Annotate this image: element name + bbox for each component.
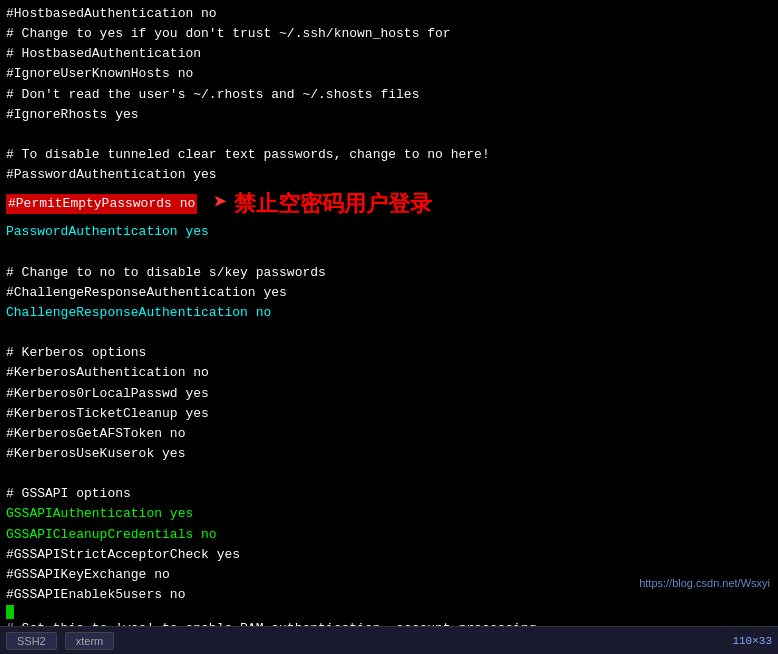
code-text: #KerberosUseKuserok yes bbox=[6, 444, 185, 464]
line-15: ChallengeResponseAuthentication no bbox=[6, 303, 772, 323]
terminal-cursor bbox=[6, 605, 14, 619]
line-8: # To disable tunneled clear text passwor… bbox=[6, 145, 772, 165]
line-11: PasswordAuthentication yes bbox=[6, 222, 772, 242]
line-6: #IgnoreRhosts yes bbox=[6, 105, 772, 125]
line-blank-2 bbox=[6, 243, 772, 263]
line-1: #HostbasedAuthentication no bbox=[6, 4, 772, 24]
line-9: #PasswordAuthentication yes bbox=[6, 165, 772, 185]
line-blank-3 bbox=[6, 323, 772, 343]
code-text: #GSSAPIStrictAcceptorCheck yes bbox=[6, 545, 240, 565]
watermark: https://blog.csdn.net/Wsxyi bbox=[639, 575, 770, 592]
arrow-icon: ➤ bbox=[213, 185, 227, 222]
line-blank-4 bbox=[6, 464, 772, 484]
taskbar-left: SSH2 xterm bbox=[6, 632, 114, 650]
code-text: # Change to no to disable s/key password… bbox=[6, 263, 326, 283]
terminal-content[interactable]: #HostbasedAuthentication no # Change to … bbox=[0, 0, 778, 626]
code-text: #IgnoreRhosts yes bbox=[6, 105, 139, 125]
code-text: #GSSAPIKeyExchange no bbox=[6, 565, 170, 585]
code-text: # GSSAPI options bbox=[6, 484, 131, 504]
code-text: # Set this to 'yes' to enable PAM authen… bbox=[6, 619, 544, 626]
line-18: #KerberosAuthentication no bbox=[6, 363, 772, 383]
line-22: #KerberosUseKuserok yes bbox=[6, 444, 772, 464]
code-text: #IgnoreUserKnownHosts no bbox=[6, 64, 193, 84]
code-text: #GSSAPIEnablek5users no bbox=[6, 585, 185, 605]
code-text: #KerberosTicketCleanup yes bbox=[6, 404, 209, 424]
line-20: #KerberosTicketCleanup yes bbox=[6, 404, 772, 424]
line-25: GSSAPIAuthentication yes bbox=[6, 504, 772, 524]
code-text: PasswordAuthentication yes bbox=[6, 222, 209, 242]
terminal-window: #HostbasedAuthentication no # Change to … bbox=[0, 0, 778, 654]
code-text: #KerberosAuthentication no bbox=[6, 363, 209, 383]
line-13: # Change to no to disable s/key password… bbox=[6, 263, 772, 283]
line-30 bbox=[6, 605, 772, 619]
line-2: # Change to yes if you don't trust ~/.ss… bbox=[6, 24, 772, 44]
annotation-label: 禁止空密码用户登录 bbox=[234, 187, 432, 221]
code-text: #Kerberos0rLocalPasswd yes bbox=[6, 384, 209, 404]
line-19: #Kerberos0rLocalPasswd yes bbox=[6, 384, 772, 404]
code-text: #PasswordAuthentication yes bbox=[6, 165, 217, 185]
code-text: # HostbasedAuthentication bbox=[6, 44, 201, 64]
taskbar-size: 110×33 bbox=[732, 635, 772, 647]
ssh2-button[interactable]: SSH2 bbox=[6, 632, 57, 650]
code-text: # Change to yes if you don't trust ~/.ss… bbox=[6, 24, 451, 44]
annotation-line: #PermitEmptyPasswords no ➤ 禁止空密码用户登录 bbox=[6, 185, 772, 222]
line-3: # HostbasedAuthentication bbox=[6, 44, 772, 64]
code-text: GSSAPIAuthentication yes bbox=[6, 504, 193, 524]
code-text: # To disable tunneled clear text passwor… bbox=[6, 145, 490, 165]
code-text: #HostbasedAuthentication no bbox=[6, 4, 217, 24]
arrow-area: ➤ 禁止空密码用户登录 bbox=[207, 185, 431, 222]
line-17: # Kerberos options bbox=[6, 343, 772, 363]
code-text: ChallengeResponseAuthentication no bbox=[6, 303, 271, 323]
line-5: # Don't read the user's ~/.rhosts and ~/… bbox=[6, 85, 772, 105]
code-text: #KerberosGetAFSToken no bbox=[6, 424, 185, 444]
code-text: #ChallengeResponseAuthentication yes bbox=[6, 283, 287, 303]
line-21: #KerberosGetAFSToken no bbox=[6, 424, 772, 444]
line-14: #ChallengeResponseAuthentication yes bbox=[6, 283, 772, 303]
taskbar: SSH2 xterm 110×33 bbox=[0, 626, 778, 654]
line-24: # GSSAPI options bbox=[6, 484, 772, 504]
code-text: # Kerberos options bbox=[6, 343, 146, 363]
permit-empty-passwords-highlight: #PermitEmptyPasswords no bbox=[6, 194, 197, 214]
line-27: #GSSAPIStrictAcceptorCheck yes bbox=[6, 545, 772, 565]
line-26: GSSAPICleanupCredentials no bbox=[6, 525, 772, 545]
xterm-button[interactable]: xterm bbox=[65, 632, 115, 650]
line-4: #IgnoreUserKnownHosts no bbox=[6, 64, 772, 84]
code-text: GSSAPICleanupCredentials no bbox=[6, 525, 217, 545]
code-text: # Don't read the user's ~/.rhosts and ~/… bbox=[6, 85, 419, 105]
line-blank-1 bbox=[6, 125, 772, 145]
line-31: # Set this to 'yes' to enable PAM authen… bbox=[6, 619, 772, 626]
